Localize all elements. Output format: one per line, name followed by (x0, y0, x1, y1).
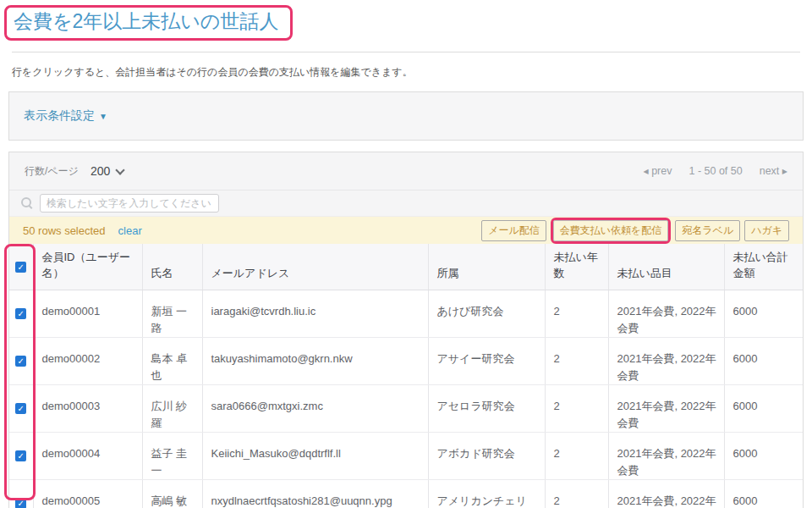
cell-name: 島本 卓也 (142, 338, 202, 385)
chevron-down-icon: ▼ (99, 112, 107, 121)
row-checkbox[interactable]: ✓ (15, 308, 26, 319)
clear-selection-link[interactable]: clear (118, 224, 142, 237)
cell-email: Keiichi_Masuko@dqdtrflf.ll (202, 433, 428, 480)
rows-per-page-select[interactable]: 200 (91, 164, 123, 178)
table-row[interactable]: ✓ demo00001 新垣 一路 iaragaki@tcvrdh.liu.ic… (9, 290, 803, 338)
cell-unpaid-total: 6000 (724, 385, 803, 433)
col-header-unpaid-years: 未払い年数 (545, 244, 608, 290)
prev-arrow-icon: ◀ (644, 168, 649, 175)
cell-email: sara0666@mxtgxi.zmc (202, 385, 428, 433)
row-checkbox[interactable]: ✓ (15, 403, 26, 414)
table-row[interactable]: ✓ demo00005 高嶋 敏 nxydlnaecrtfqsatoshi281… (9, 480, 803, 508)
cell-name: 新垣 一路 (142, 290, 202, 338)
filter-settings-toggle[interactable]: 表示条件設定▼ (24, 108, 107, 124)
prev-page-button[interactable]: ◀ prev (644, 165, 672, 177)
cell-unpaid-items: 2021年会費, 2022年会費 (608, 433, 724, 480)
col-header-name: 氏名 (142, 244, 202, 290)
filter-settings-panel[interactable]: 表示条件設定▼ (8, 91, 804, 141)
cell-affiliation: アボカド研究会 (428, 433, 545, 480)
cell-unpaid-years: 2 (545, 338, 608, 385)
title-annotation-box: 会費を2年以上未払いの世話人 (4, 5, 293, 41)
cell-affiliation: アサイー研究会 (428, 338, 545, 385)
cell-unpaid-items: 2021年会費, 2022年会費 (608, 385, 724, 433)
cell-unpaid-total: 6000 (724, 480, 803, 508)
cell-member-id: demo00002 (33, 338, 142, 385)
select-all-checkbox[interactable]: ✓ (15, 262, 26, 273)
cell-member-id: demo00001 (33, 290, 142, 338)
search-bar (9, 190, 803, 216)
cell-name: 益子 圭一 (142, 433, 202, 480)
row-checkbox[interactable]: ✓ (15, 356, 26, 367)
send-mail-button[interactable]: メール配信 (481, 220, 546, 241)
next-page-label: next (760, 165, 780, 177)
cell-name: 高嶋 敏 (142, 480, 202, 508)
col-header-member-id: 会員ID（ユーザー名） (33, 244, 142, 290)
table-row[interactable]: ✓ demo00003 広川 紗羅 sara0666@mxtgxi.zmc アセ… (9, 385, 803, 433)
postcard-button[interactable]: ハガキ (744, 220, 789, 241)
cell-unpaid-items: 2021年会費, 2022年会費 (608, 290, 724, 338)
cell-unpaid-total: 6000 (724, 338, 803, 385)
address-label-button[interactable]: 宛名ラベル (675, 220, 740, 241)
page-header: 会費を2年以上未払いの世話人 (4, 5, 812, 41)
table-row[interactable]: ✓ demo00002 島本 卓也 takuyashimamoto@gkrn.n… (9, 338, 803, 385)
filter-settings-label: 表示条件設定 (24, 108, 95, 122)
next-page-button[interactable]: next ▶ (760, 165, 787, 177)
prev-page-label: prev (651, 165, 672, 177)
send-payment-request-button[interactable]: 会費支払い依頼を配信 (553, 220, 669, 241)
next-arrow-icon: ▶ (782, 168, 787, 175)
cell-email: takuyashimamoto@gkrn.nkw (202, 338, 428, 385)
payment-request-annotation-box: 会費支払い依頼を配信 (551, 218, 672, 244)
cell-unpaid-items: 2021年会費, 2022年会費 (608, 480, 724, 508)
cell-member-id: demo00005 (33, 480, 142, 508)
table-row[interactable]: ✓ demo00004 益子 圭一 Keiichi_Masuko@dqdtrfl… (9, 433, 803, 480)
cell-unpaid-years: 2 (545, 290, 608, 338)
table-toolbar: 行数/ページ 200 ◀ prev 1 - 50 of 50 next ▶ (9, 152, 803, 190)
selected-rows-count: 50 rows selected (23, 224, 106, 237)
col-header-email: メールアドレス (202, 244, 428, 290)
cell-unpaid-total: 6000 (724, 290, 803, 338)
row-checkbox[interactable]: ✓ (15, 498, 26, 508)
pagination: ◀ prev 1 - 50 of 50 next ▶ (644, 165, 788, 177)
table-header-row: ✓ 会員ID（ユーザー名） 氏名 メールアドレス 所属 未払い年数 未払い品目 … (9, 244, 803, 290)
cell-name: 広川 紗羅 (142, 385, 202, 433)
rows-per-page-value: 200 (91, 164, 110, 178)
cell-member-id: demo00003 (33, 385, 142, 433)
cell-affiliation: アメリカンチェリー研究会 (428, 480, 545, 508)
col-header-affiliation: 所属 (428, 244, 545, 290)
chevron-down-icon (116, 165, 125, 174)
cell-email: nxydlnaecrtfqsatoshi281@uuqnn.ypg (202, 480, 428, 508)
col-header-unpaid-items: 未払い品目 (608, 244, 724, 290)
header-divider (12, 52, 800, 52)
cell-unpaid-years: 2 (545, 433, 608, 480)
page-title: 会費を2年以上未払いの世話人 (14, 10, 278, 32)
row-checkbox[interactable]: ✓ (15, 450, 26, 461)
cell-unpaid-years: 2 (545, 385, 608, 433)
pagination-range: 1 - 50 of 50 (689, 165, 742, 177)
page-description: 行をクリックすると、会計担当者はその行の会員の会費の支払い情報を編集できます。 (12, 65, 800, 80)
search-input[interactable] (40, 194, 219, 213)
cell-unpaid-total: 6000 (724, 433, 803, 480)
cell-unpaid-items: 2021年会費, 2022年会費 (608, 338, 724, 385)
rows-per-page-label: 行数/ページ (25, 164, 79, 179)
cell-unpaid-years: 2 (545, 480, 608, 508)
selection-bar: 50 rows selected clear メール配信 会費支払い依頼を配信 … (9, 216, 803, 244)
results-panel: 行数/ページ 200 ◀ prev 1 - 50 of 50 next ▶ 50… (8, 152, 804, 508)
cell-affiliation: アセロラ研究会 (428, 385, 545, 433)
rows-per-page: 行数/ページ 200 (25, 164, 123, 179)
col-header-unpaid-total: 未払い合計金額 (724, 244, 803, 290)
cell-member-id: demo00004 (33, 433, 142, 480)
search-icon (21, 197, 33, 209)
cell-affiliation: あけび研究会 (428, 290, 545, 338)
cell-email: iaragaki@tcvrdh.liu.ic (202, 290, 428, 338)
members-table: ✓ 会員ID（ユーザー名） 氏名 メールアドレス 所属 未払い年数 未払い品目 … (9, 244, 803, 508)
bulk-action-buttons: メール配信 会費支払い依頼を配信 宛名ラベル ハガキ (481, 218, 789, 244)
